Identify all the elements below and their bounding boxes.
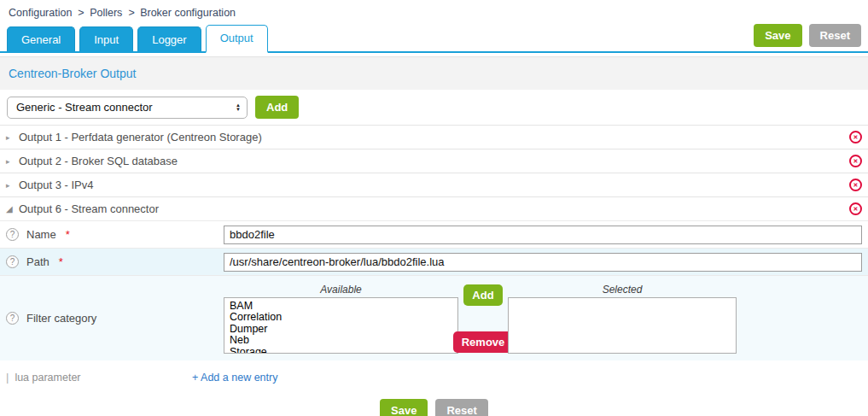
output-row-1[interactable]: ▸ Output 1 - Perfdata generator (Centreo… [0, 125, 868, 149]
selected-listbox[interactable] [508, 297, 737, 354]
triangle-expanded-icon: ◢ [6, 204, 19, 214]
chevron-right-icon: ▸ [6, 133, 19, 142]
output-type-select[interactable]: Generic - Stream connector ▲ ▼ [7, 97, 248, 119]
footer-toolbar: Save Reset [0, 399, 868, 416]
x-glyph: ✕ [853, 206, 859, 213]
breadcrumb-item-broker-configuration: Broker configuration [140, 7, 236, 19]
list-item[interactable]: Neb [230, 335, 457, 347]
question-glyph: ? [10, 313, 15, 323]
name-input[interactable] [224, 226, 862, 244]
list-item[interactable]: Dumper [230, 324, 457, 336]
filter-category-row: ? Filter category Available BAM Correlat… [0, 275, 868, 360]
remove-filter-button[interactable]: Remove [453, 331, 514, 353]
filter-category-swapper: Available BAM Correlation Dumper Neb Sto… [224, 284, 737, 354]
drag-handle-icon: | [6, 371, 9, 384]
output-row-3[interactable]: ▸ Output 3 - IPv4 ✕ [0, 173, 868, 196]
help-icon[interactable]: ? [6, 312, 19, 325]
name-field-label-group: ? Name * [6, 228, 224, 241]
list-item[interactable]: Storage [230, 347, 457, 354]
lua-parameter-row: | lua parameter + Add a new entry [0, 360, 868, 392]
path-field-label: Path [26, 255, 50, 268]
add-filter-button[interactable]: Add [463, 284, 502, 306]
lua-parameter-label-group: | lua parameter [6, 371, 192, 384]
tab-output[interactable]: Output [206, 25, 268, 53]
breadcrumb-item-pollers[interactable]: Pollers [90, 7, 122, 19]
output-row-label: Output 1 - Perfdata generator (Centreon … [19, 131, 262, 144]
top-toolbar: Save Reset [754, 24, 861, 47]
delete-output-icon[interactable]: ✕ [849, 155, 862, 167]
path-input[interactable] [224, 253, 862, 272]
tab-input[interactable]: Input [79, 26, 133, 51]
reset-button[interactable]: Reset [809, 24, 861, 47]
output-list: ▸ Output 1 - Perfdata generator (Centreo… [0, 125, 868, 220]
add-output-row: Generic - Stream connector ▲ ▼ Add [0, 90, 868, 125]
required-asterisk: * [59, 255, 63, 268]
tab-bar: General Input Logger Output Save Reset [0, 24, 868, 53]
tab-general[interactable]: General [7, 26, 75, 51]
breadcrumb-item-configuration[interactable]: Configuration [9, 7, 72, 19]
available-list-label: Available [224, 284, 458, 297]
list-item[interactable]: Correlation [230, 312, 457, 324]
name-field-row: ? Name * [0, 220, 868, 248]
x-glyph: ✕ [853, 182, 859, 189]
required-asterisk: * [66, 228, 70, 241]
save-button-bottom[interactable]: Save [380, 399, 428, 416]
x-glyph: ✕ [853, 158, 859, 165]
output-row-label: Output 3 - IPv4 [19, 179, 93, 191]
question-glyph: ? [10, 257, 15, 267]
add-output-button[interactable]: Add [255, 96, 299, 119]
x-glyph: ✕ [853, 134, 859, 141]
tab-logger[interactable]: Logger [137, 26, 201, 51]
chevron-right-icon: ▸ [6, 157, 19, 166]
output-row-2[interactable]: ▸ Output 2 - Broker SQL database ✕ [0, 149, 868, 173]
path-field-label-group: ? Path * [6, 255, 224, 268]
add-new-entry-link[interactable]: + Add a new entry [192, 372, 277, 384]
swap-buttons-column: Add Remove [458, 284, 508, 353]
list-item[interactable]: BAM [230, 301, 457, 313]
filter-category-label: Filter category [26, 312, 96, 325]
chevron-right-icon: ▸ [6, 181, 19, 190]
available-column: Available BAM Correlation Dumper Neb Sto… [224, 284, 458, 354]
selected-list-label: Selected [508, 284, 737, 297]
question-glyph: ? [10, 230, 15, 239]
output-row-6[interactable]: ◢ Output 6 - Stream connector ✕ [0, 196, 868, 220]
available-listbox[interactable]: BAM Correlation Dumper Neb Storage [224, 297, 458, 354]
selected-column: Selected [508, 284, 737, 354]
path-field-row: ? Path * [0, 248, 868, 275]
output-row-label: Output 2 - Broker SQL database [19, 155, 178, 167]
reset-button-bottom[interactable]: Reset [435, 399, 487, 416]
output6-form: ? Name * ? Path * ? Filter category Avai… [0, 220, 868, 392]
breadcrumb-separator: > [128, 7, 134, 19]
help-icon[interactable]: ? [6, 228, 19, 241]
help-icon[interactable]: ? [6, 255, 19, 268]
page-title: Centreon-Broker Output [0, 56, 868, 90]
output-row-label: Output 6 - Stream connector [19, 202, 159, 215]
lua-parameter-label: lua parameter [15, 372, 80, 384]
filter-category-label-group: ? Filter category [6, 312, 224, 325]
output-type-selected-value: Generic - Stream connector [16, 101, 236, 114]
select-stepper-icon: ▲ ▼ [236, 103, 241, 112]
delete-output-icon[interactable]: ✕ [849, 131, 862, 144]
name-field-label: Name [26, 228, 56, 241]
delete-output-icon[interactable]: ✕ [849, 202, 862, 215]
delete-output-icon[interactable]: ✕ [849, 179, 862, 191]
breadcrumb-separator: > [78, 7, 84, 19]
breadcrumb: Configuration> Pollers> Broker configura… [0, 0, 868, 24]
save-button[interactable]: Save [754, 24, 801, 47]
